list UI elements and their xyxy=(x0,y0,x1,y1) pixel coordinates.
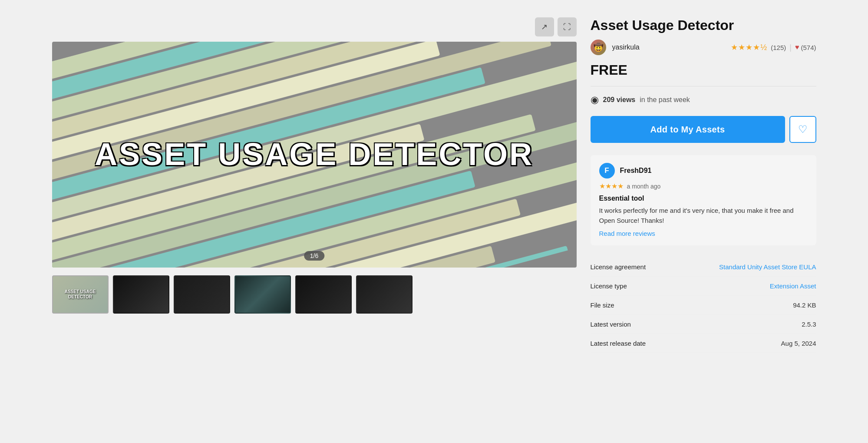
image-counter: 1/6 xyxy=(304,251,324,261)
review-stars: ★★★★ xyxy=(599,182,624,190)
star-rating: ★★★★½ xyxy=(731,43,767,52)
price-section: FREE xyxy=(591,62,816,86)
thumbnail-0-label: ASSET USAGEDETECTOR xyxy=(65,289,96,300)
author-avatar: 🤠 xyxy=(591,40,606,55)
share-icon: ↗ xyxy=(541,22,548,32)
asset-title: Asset Usage Detector xyxy=(591,17,816,33)
review-title: Essential tool xyxy=(599,195,808,202)
eye-icon: ◉ xyxy=(591,94,599,106)
favorites: ♥ (574) xyxy=(795,43,816,51)
wishlist-heart-icon: ♡ xyxy=(798,123,808,136)
info-row: Latest release dateAug 5, 2024 xyxy=(591,334,816,353)
meta-row: 🤠 yasirkula ★★★★½ (125) | ♥ (574) xyxy=(591,40,816,55)
right-panel: Asset Usage Detector 🤠 yasirkula ★★★★½ (… xyxy=(591,17,816,353)
price-label: FREE xyxy=(591,62,816,78)
add-to-assets-button[interactable]: Add to My Assets xyxy=(591,116,785,143)
heart-icon: ♥ xyxy=(795,43,799,51)
info-row: Latest version2.5.3 xyxy=(591,315,816,334)
action-row: Add to My Assets ♡ xyxy=(591,116,816,143)
review-box: F FreshD91 ★★★★ a month ago Essential to… xyxy=(591,155,816,245)
thumbnail-1[interactable] xyxy=(113,275,169,314)
info-value: Aug 5, 2024 xyxy=(715,334,816,353)
views-count: 209 views xyxy=(603,96,636,104)
top-controls: ↗ ⛶ xyxy=(52,17,577,36)
info-label: File size xyxy=(591,296,715,315)
info-label: License type xyxy=(591,277,715,296)
info-row: File size94.2 KB xyxy=(591,296,816,315)
thumbnail-0[interactable]: ASSET USAGEDETECTOR xyxy=(52,275,109,314)
rating-section: ★★★★½ (125) | ♥ (574) xyxy=(731,43,816,52)
info-table: License agreementStandard Unity Asset St… xyxy=(591,258,816,353)
reviewer-row: F FreshD91 xyxy=(599,163,808,179)
info-row: License typeExtension Asset xyxy=(591,277,816,296)
thumbnail-3[interactable] xyxy=(234,275,291,314)
read-more-link[interactable]: Read more reviews xyxy=(599,230,655,237)
info-value[interactable]: Standard Unity Asset Store EULA xyxy=(715,258,816,277)
info-label: Latest release date xyxy=(591,334,715,353)
thumbnail-5[interactable] xyxy=(356,275,413,314)
views-row: ◉ 209 views in the past week xyxy=(591,94,816,106)
share-button[interactable]: ↗ xyxy=(535,17,554,36)
divider: | xyxy=(789,43,792,52)
fullscreen-icon: ⛶ xyxy=(563,23,571,32)
page-container: ↗ ⛶ xyxy=(43,9,825,362)
review-body: It works perfectly for me and it's very … xyxy=(599,206,808,225)
reviewer-name: FreshD91 xyxy=(620,167,652,175)
thumbnail-4[interactable] xyxy=(295,275,352,314)
info-value: 2.5.3 xyxy=(715,315,816,334)
rating-count: (125) xyxy=(771,44,786,51)
main-image-text: Asset Usage Detector xyxy=(95,137,534,172)
info-row: License agreementStandard Unity Asset St… xyxy=(591,258,816,277)
main-image: Asset Usage Detector 1/6 xyxy=(52,42,577,268)
reviewer-avatar: F xyxy=(599,163,615,179)
views-suffix: in the past week xyxy=(640,96,690,104)
review-stars-row: ★★★★ a month ago xyxy=(599,182,808,190)
info-value: 94.2 KB xyxy=(715,296,816,315)
info-value[interactable]: Extension Asset xyxy=(715,277,816,296)
left-panel: ↗ ⛶ xyxy=(52,17,577,353)
fullscreen-button[interactable]: ⛶ xyxy=(558,17,577,36)
thumbnail-row: ASSET USAGEDETECTOR xyxy=(52,275,577,314)
thumbnail-2[interactable] xyxy=(174,275,230,314)
info-label: License agreement xyxy=(591,258,715,277)
wishlist-button[interactable]: ♡ xyxy=(789,116,816,143)
info-label: Latest version xyxy=(591,315,715,334)
review-date: a month ago xyxy=(627,183,661,190)
author-name: yasirkula xyxy=(612,43,640,51)
